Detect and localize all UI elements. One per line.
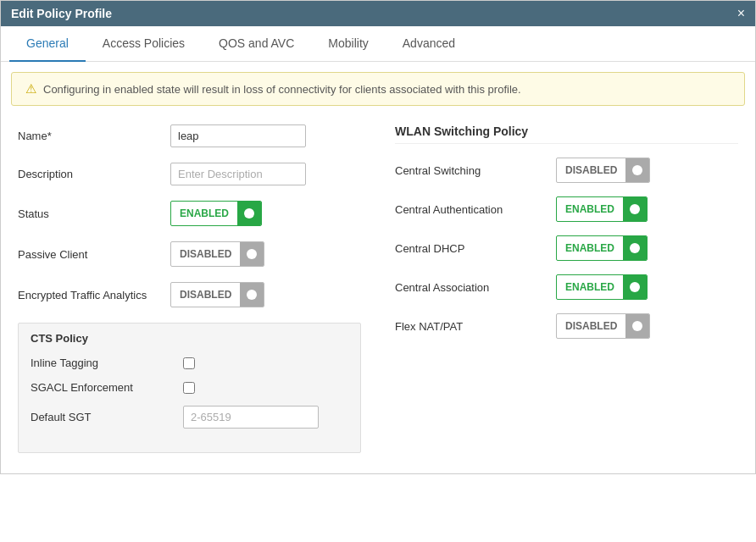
alert-banner: ⚠ Configuring in enabled state will resu… — [11, 72, 745, 106]
sgacl-row: SGACL Enforcement — [31, 381, 348, 394]
inline-tagging-checkbox[interactable] — [183, 357, 195, 369]
central-switching-toggle-label: DISABLED — [557, 160, 625, 180]
alert-message: Configuring in enabled state will result… — [43, 83, 521, 96]
default-sgt-input[interactable] — [183, 406, 319, 429]
central-dhcp-knob — [630, 243, 640, 253]
description-row: Description — [18, 163, 361, 185]
flex-nat-toggle-label: DISABLED — [557, 316, 625, 336]
status-row: Status ENABLED — [18, 201, 361, 226]
central-switching-knob — [632, 165, 642, 175]
tab-qos-avc[interactable]: QOS and AVC — [202, 26, 311, 62]
sgacl-label: SGACL Enforcement — [31, 381, 183, 394]
central-authentication-label: Central Authentication — [395, 203, 556, 216]
sgacl-checkbox[interactable] — [183, 382, 195, 394]
modal-title: Edit Policy Profile — [11, 7, 112, 20]
wlan-section-title: WLAN Switching Policy — [395, 124, 738, 144]
central-authentication-toggle-label: ENABLED — [557, 199, 623, 219]
tab-advanced[interactable]: Advanced — [386, 26, 472, 62]
status-toggle-label: ENABLED — [171, 203, 237, 224]
modal-header: Edit Policy Profile × — [1, 1, 755, 26]
central-dhcp-toggle[interactable]: ENABLED — [556, 235, 648, 261]
central-association-row: Central Association ENABLED — [395, 274, 738, 300]
edit-policy-modal: Edit Policy Profile × General Access Pol… — [0, 0, 756, 474]
passive-client-toggle-knob — [247, 249, 257, 259]
left-panel: Name* Description Status ENABLED — [18, 124, 361, 456]
status-label: Status — [18, 207, 170, 220]
description-label: Description — [18, 168, 170, 180]
central-switching-row: Central Switching DISABLED — [395, 158, 738, 183]
tab-general[interactable]: General — [9, 26, 86, 62]
flex-nat-knob — [632, 321, 642, 331]
default-sgt-row: Default SGT — [31, 406, 348, 429]
central-dhcp-toggle-switch[interactable] — [623, 236, 647, 260]
central-authentication-toggle[interactable]: ENABLED — [556, 196, 648, 222]
passive-client-toggle[interactable]: DISABLED — [170, 241, 264, 267]
name-row: Name* — [18, 124, 361, 147]
passive-client-label: Passive Client — [18, 248, 170, 261]
tab-access-policies[interactable]: Access Policies — [86, 26, 202, 62]
status-toggle[interactable]: ENABLED — [170, 201, 262, 226]
passive-client-toggle-switch[interactable] — [240, 242, 264, 266]
passive-client-toggle-label: DISABLED — [171, 244, 240, 264]
central-switching-toggle-switch[interactable] — [625, 158, 649, 182]
status-toggle-knob — [244, 208, 254, 218]
central-dhcp-toggle-label: ENABLED — [557, 238, 623, 258]
central-association-toggle-switch[interactable] — [623, 275, 647, 299]
central-switching-toggle[interactable]: DISABLED — [556, 158, 650, 183]
central-authentication-row: Central Authentication ENABLED — [395, 196, 738, 222]
name-label: Name* — [18, 130, 170, 142]
warning-icon: ⚠ — [25, 81, 36, 97]
inline-tagging-row: Inline Tagging — [31, 357, 348, 369]
cts-section-title: CTS Policy — [31, 332, 348, 345]
central-authentication-knob — [630, 204, 640, 214]
central-dhcp-label: Central DHCP — [395, 242, 556, 255]
encrypted-traffic-toggle[interactable]: DISABLED — [170, 282, 264, 307]
inline-tagging-label: Inline Tagging — [31, 357, 183, 369]
flex-nat-toggle[interactable]: DISABLED — [556, 313, 650, 339]
encrypted-traffic-row: Encrypted Traffic Analytics DISABLED — [18, 282, 361, 307]
central-switching-label: Central Switching — [395, 164, 556, 177]
central-authentication-toggle-switch[interactable] — [623, 197, 647, 221]
tab-mobility[interactable]: Mobility — [311, 26, 385, 62]
encrypted-traffic-toggle-label: DISABLED — [171, 285, 240, 305]
encrypted-traffic-label: Encrypted Traffic Analytics — [18, 289, 170, 301]
content-area: Name* Description Status ENABLED — [1, 116, 755, 473]
central-association-toggle[interactable]: ENABLED — [556, 274, 648, 300]
flex-nat-toggle-switch[interactable] — [625, 314, 649, 338]
right-panel: WLAN Switching Policy Central Switching … — [395, 124, 738, 456]
central-association-toggle-label: ENABLED — [557, 277, 623, 297]
flex-nat-row: Flex NAT/PAT DISABLED — [395, 313, 738, 339]
tab-bar: General Access Policies QOS and AVC Mobi… — [1, 26, 755, 62]
status-toggle-switch[interactable] — [237, 202, 261, 225]
cts-section: CTS Policy Inline Tagging SGACL Enforcem… — [18, 323, 361, 453]
flex-nat-label: Flex NAT/PAT — [395, 320, 556, 333]
name-input[interactable] — [170, 124, 306, 147]
encrypted-traffic-toggle-switch[interactable] — [240, 283, 264, 307]
central-association-label: Central Association — [395, 281, 556, 294]
close-button[interactable]: × — [737, 7, 745, 20]
encrypted-traffic-toggle-knob — [247, 290, 257, 300]
description-input[interactable] — [170, 163, 306, 185]
central-dhcp-row: Central DHCP ENABLED — [395, 235, 738, 261]
default-sgt-label: Default SGT — [31, 411, 183, 423]
passive-client-row: Passive Client DISABLED — [18, 241, 361, 267]
central-association-knob — [630, 282, 640, 292]
